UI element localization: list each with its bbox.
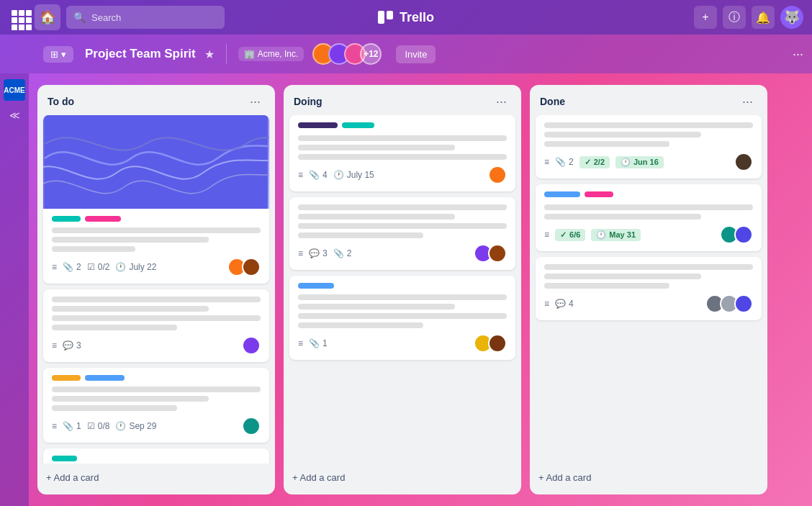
list-done-menu-button[interactable]: ··· <box>738 94 757 109</box>
attachments-item: 📎 2 <box>555 157 574 167</box>
list-todo-menu-button[interactable]: ··· <box>245 94 265 109</box>
card-avatars <box>734 153 753 171</box>
card-doing-2: ≡ 💬 3 📎 2 <box>289 197 515 270</box>
card-todo-1: ≡ 📎 2 ☑ 0/2 🕐 July 22 <box>43 115 269 284</box>
card-meta: ≡ 💬 4 <box>544 294 753 313</box>
card-lines <box>52 387 261 411</box>
board-more-button[interactable]: ··· <box>793 47 803 62</box>
add-icon: + <box>702 11 708 24</box>
card-lines <box>298 135 507 160</box>
list-doing-menu-button[interactable]: ··· <box>492 94 511 109</box>
card-lines <box>298 294 507 328</box>
card-doing-3-body: ≡ 📎 1 <box>289 276 515 360</box>
card-lines <box>544 122 753 147</box>
attachment-count: 2 <box>76 262 81 272</box>
add-card-todo-button[interactable]: + Add a card <box>37 466 275 489</box>
attachments-item: 📎 1 <box>63 421 81 431</box>
card-line <box>52 315 261 321</box>
description-icon: ≡ <box>544 230 549 240</box>
attachment-icon: 📎 <box>555 157 566 167</box>
workspace-selector[interactable]: ⊞ ▾ <box>43 46 73 63</box>
checklist-item: ☑ 0/2 <box>87 262 110 272</box>
description-icon-item: ≡ <box>544 230 549 240</box>
description-icon-item: ≡ <box>298 248 303 258</box>
card-tags <box>52 216 261 222</box>
invite-button[interactable]: Invite <box>396 45 436 63</box>
card-line <box>52 325 177 330</box>
description-icon-item: ≡ <box>52 262 57 272</box>
card-todo-2-body: ≡ 💬 3 <box>43 289 269 362</box>
clock-icon: 🕐 <box>115 421 126 431</box>
checklist-badge-icon: ✓ <box>560 230 567 240</box>
trello-logo-text: Trello <box>400 10 434 25</box>
card-tags <box>52 375 261 381</box>
card-line <box>298 204 507 210</box>
card-doing-3: ≡ 📎 1 <box>289 276 515 360</box>
comment-icon: 💬 <box>63 340 73 351</box>
info-button[interactable]: ⓘ <box>723 6 746 29</box>
card-lines <box>298 204 507 238</box>
card-avatar-1 <box>734 153 753 171</box>
card-line <box>544 141 669 147</box>
card-lines <box>544 204 753 220</box>
card-line <box>544 214 701 220</box>
date-badge: 🕐 May 31 <box>591 229 641 241</box>
description-icon-item: ≡ <box>544 157 549 167</box>
date-value: July 22 <box>129 262 156 272</box>
description-icon: ≡ <box>52 262 57 272</box>
description-icon-item: ≡ <box>52 421 57 431</box>
comment-count: 4 <box>569 299 574 309</box>
board-star-button[interactable]: ★ <box>204 48 215 61</box>
list-done-title: Done <box>540 96 565 107</box>
add-card-doing-button[interactable]: + Add a card <box>284 466 521 489</box>
search-bar[interactable]: 🔍 Search <box>66 6 225 29</box>
board-content: To do ··· <box>29 73 812 506</box>
card-avatar-2 <box>734 225 753 244</box>
checklist-badge-value: 2/2 <box>594 158 605 166</box>
add-button[interactable]: + <box>694 6 717 29</box>
card-line <box>298 154 507 160</box>
list-todo: To do ··· <box>37 85 275 494</box>
list-doing-title: Doing <box>294 96 322 107</box>
sidebar-collapse-button[interactable]: ≪ <box>9 109 20 121</box>
comments-item: 💬 3 <box>63 340 81 351</box>
card-avatars <box>705 294 753 313</box>
workspace-logo[interactable]: ACME <box>4 79 25 101</box>
description-icon: ≡ <box>298 170 303 180</box>
top-bar-tags <box>544 191 753 197</box>
home-button[interactable]: 🏠 <box>35 4 60 30</box>
description-icon: ≡ <box>52 340 57 351</box>
card-line <box>298 145 455 150</box>
card-avatar-2 <box>242 258 261 276</box>
user-avatar[interactable]: 🐺 <box>780 6 803 29</box>
attachment-count: 1 <box>76 421 81 431</box>
member-count-badge[interactable]: +12 <box>360 43 382 65</box>
top-nav: 🏠 🔍 Search Trello + ⓘ 🔔 🐺 <box>0 0 812 35</box>
description-icon: ≡ <box>298 338 303 348</box>
card-line <box>544 122 753 128</box>
card-line <box>52 306 209 312</box>
attachment-icon: 📎 <box>309 170 320 180</box>
trello-logo: Trello <box>378 10 434 25</box>
board-members: +12 <box>312 43 382 65</box>
notifications-button[interactable]: 🔔 <box>752 6 775 29</box>
tag-teal <box>342 122 374 128</box>
add-card-done-button[interactable]: + Add a card <box>530 466 767 489</box>
checklist-badge: ✓ 2/2 <box>579 156 610 168</box>
trello-logo-icon <box>378 11 394 24</box>
workspace-name-badge[interactable]: 🏢 Acme, Inc. <box>238 47 304 61</box>
card-line <box>544 132 701 137</box>
card-doing-1: ≡ 📎 4 🕐 July 15 <box>289 115 515 191</box>
card-cover-image <box>43 115 269 209</box>
card-avatars <box>474 244 507 263</box>
workspace-name-icon: 🏢 <box>244 49 255 59</box>
card-meta: ≡ 📎 1 <box>298 334 507 353</box>
grid-menu-button[interactable] <box>9 7 29 27</box>
card-lines <box>544 264 753 289</box>
card-line <box>52 405 177 411</box>
list-doing: Doing ··· ≡ <box>284 85 521 494</box>
card-avatar-2 <box>488 334 507 353</box>
date-item: 🕐 July 22 <box>115 262 156 272</box>
attachment-icon: 📎 <box>63 262 73 272</box>
list-doing-header: Doing ··· <box>284 85 521 115</box>
